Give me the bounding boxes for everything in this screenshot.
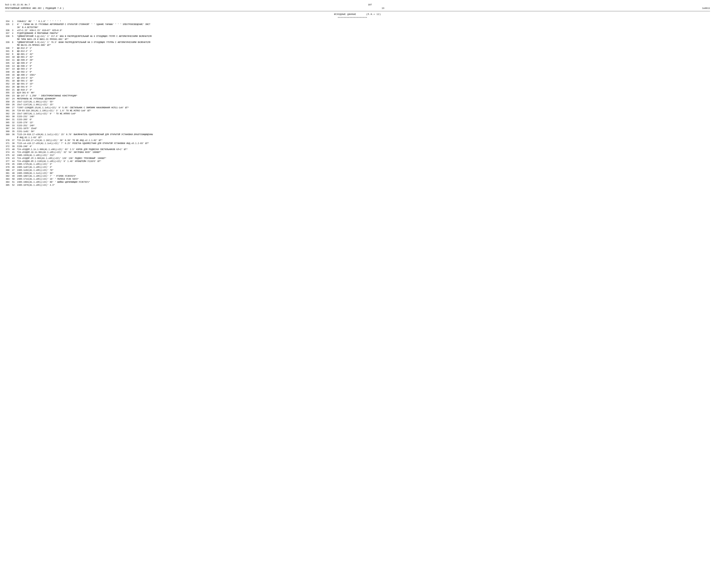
row-content: Т24-о53ДОП.10.1п-981(А1.1.о95)(=22)' 32'… [17,151,710,154]
row-index: 15 [12,71,17,74]
section-header: ИСХОДНЫЕ ДАННЫЕ (П.Н.= 12) =============… [5,13,710,19]
table-row: 36532С155-276' 13* [5,121,710,124]
row-content: Щ8-010-2' 4* [17,89,710,92]
row-index: 21 [12,89,17,92]
section-params: (П.Н.= 12) [366,13,381,16]
row-content: Н' ' ГАРАЖ НА 15 ГРУЗОВЫХ АВТОМОБИЛЕЙ С … [17,23,710,29]
row-content: Щ8-599-4' 3* [17,62,710,65]
row-number: 358 [5,101,12,104]
row-number: 355 [5,91,12,94]
table-row: 384512405-1904(А1.1.о95)(=22)' 80' ' ШАЙ… [5,181,710,184]
row-number: 370 [5,139,12,142]
row-content: Щ6-590-1' 9* [17,65,710,68]
row-content: С151-1075' 15о0* [17,127,710,130]
table-row: 382492405-1887(А1.1.о95)(=22)' 7' ' УГОЛ… [5,175,710,178]
row-index: 35 [12,130,17,133]
row-number: 335 [5,23,12,29]
row-content: Т24-о53ДО0.6П.1-1183(А1.1.о95)(=22)' 9' … [17,160,710,163]
row-content: 2405-1879(А1.1.о95)(=22)' 4.3* [17,184,710,187]
row-index: 23 [12,94,17,98]
row-content: 2405-1о07(А1.1.о95)(=22)' 3* [17,166,710,169]
row-index: 10 [12,56,17,59]
row-number: 376 [5,157,12,160]
row-content: Щ8-612-2' 1* [17,50,710,53]
row-content: 2405-1939(А1.1.о95)(=22)' 212* [17,154,710,157]
row-content: н37=1.15' Н38=1.15' Н16=87' Н25=8.9* [17,29,710,32]
table-row: 37138Т115-о4-о10.17-о55(А1.1.1о4)(=22)' … [5,142,710,145]
row-number: 360 [5,106,12,109]
row-number: 342 [5,53,12,56]
table-row: 383502405-1714(А1.1.о95)(=22)' 16' ' ПОЛ… [5,178,710,181]
row-content: 2405-1904(А1.1.о95)(=22)' 80' ' ШАЙБА ЦА… [17,181,710,184]
row-index: 38 [12,142,17,145]
row-content: Щ8-599-4' 20* [17,59,710,62]
row-content: ТДМВНОГОРСКИЙ 3-Д(=14)' 1' 217.6' ШКА Ф … [17,35,710,41]
table-row: 3429Щ8-601-1' 42* [5,53,710,56]
row-index: 52 [12,184,17,187]
row-number: 357 [5,98,12,101]
row-number: 338 [5,35,12,41]
row-index: 49 [12,175,17,178]
row-number: 372 [5,145,12,148]
row-number: 350 [5,77,12,80]
row-number: 375 [5,154,12,157]
row-index: 50 [12,178,17,181]
row-index: 22 [12,91,17,94]
row-number: 362 [5,112,12,115]
row-number: 382 [5,175,12,178]
table-row: 3374РУДОРУДОВАНИЕ И МОНТАЖНЫЕ РАБОТЫ* [5,32,710,35]
row-content: Щ0-591-6' 7* [17,86,710,89]
table-row: 36027Т1507-1198ДОП.15(А1.1.1о5)(=22)' 9'… [5,106,710,109]
row-index: 3 [12,29,17,32]
table-row: 35623Щ8-147-3' 1.250' ' ЭЛЕКТРОМОНТАЖНЫЕ… [5,94,710,98]
table-row: 35219Щ8-591-3' 15* [5,83,710,86]
row-content: С155-276' 13* [17,121,710,124]
table-row: 34815Щ8-592-1' 9* [5,71,710,74]
row-index: 34 [12,127,17,130]
row-index: 13 [12,65,17,68]
row-content: 15о7-1147(А1.1.091)(=22)' 15* [17,103,710,106]
table-row: 34714Щ8-593-1' 3* [5,68,710,71]
table-row: 3363н37=1.15' Н38=1.15' Н16=87' Н25=8.9* [5,29,710,32]
table-row: 37239С156-240' 4* [5,145,710,148]
row-index: 31 [12,118,17,121]
table-row: 34310Щ8-601-2' 42* [5,56,710,59]
table-row: 36128Т29-03-310.201(А1.1.195)(=22)' 3' 1… [5,109,710,112]
row-content: Т115-о4-о10.17-о55(А1.1.1о4)(=22)' 7' 0.… [17,142,710,145]
row-index: 44 [12,160,17,163]
row-content: Т24-о53ДОП.1.1п.1-980(А1.1.о96)(=22)' 63… [17,148,710,151]
row-number: 365 [5,121,12,124]
row-content: Щ8-147-3' 1.250' ' ЭЛЕКТРОМОНТАЖНЫЕ КОНС… [17,94,710,98]
row-content: 2405-1о92(А1.1.о95)(=22)' 70* [17,169,710,172]
table-row: 35017Щ8-153-5' 32* [5,77,710,80]
row-index: 27 [12,106,17,109]
row-index: 20 [12,86,17,89]
row-content: 2405-1725(А1.1.о95)(=22)' 3* [17,163,710,166]
row-index: 28 [12,109,17,112]
table-row: 379462405-1о07(А1.1.о95)(=22)' 3* [5,166,710,169]
row-index: 41 [12,151,17,154]
row-number: 336 [5,29,12,32]
section-underline: ==================== [0,16,710,19]
row-number: 363 [5,115,12,118]
row-index: 25 [12,101,17,104]
table-row: 3352Н' ' ГАРАЖ НА 15 ГРУЗОВЫХ АВТОМОБИЛЕ… [5,23,710,29]
row-number: 381 [5,172,12,175]
row-number: 383 [5,178,12,181]
table-row: 36734С151-1075' 15о0* [5,127,710,130]
row-number: 356 [5,94,12,98]
row-index: 32 [12,121,17,124]
table-row: 35118Щ8-591-1' 30* [5,80,710,83]
row-index: 30 [12,115,17,118]
row-number: 359 [5,103,12,106]
table-row: 3385ТДМВНОГОРСКИЙ 3-Д(=14)' 1' 217.6' ШК… [5,35,710,41]
row-index: 16 [12,74,17,77]
table-row: 36835С151-1о91' 50* [5,130,710,133]
row-number: 346 [5,65,12,68]
row-content: Щ8-601-1' 42* [17,53,710,56]
row-index: 40 [12,148,17,151]
row-number: 334 [5,20,12,23]
table-row: 37441Т24-о53ДОП.10.1п-981(А1.1.о95)(=22)… [5,151,710,154]
row-content: Щ8-593-1' 3* [17,68,710,71]
row-number: 352 [5,83,12,86]
